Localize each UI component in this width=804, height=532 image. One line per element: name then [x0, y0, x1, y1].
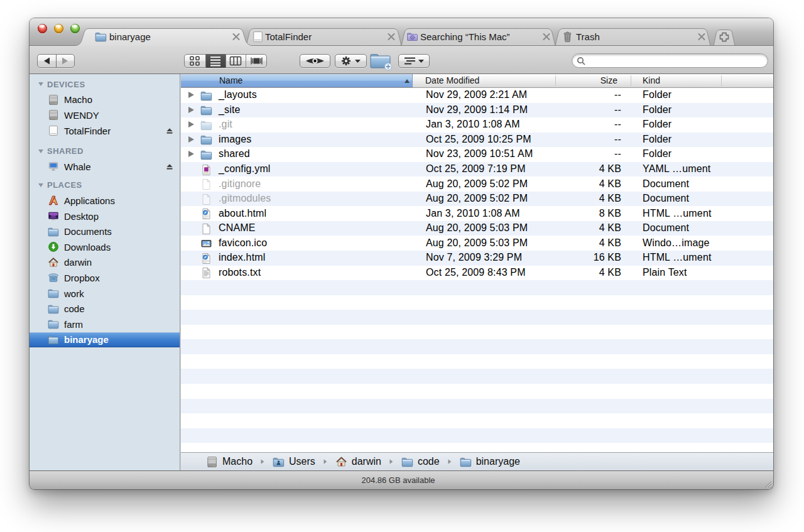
svg-text:binaryage: binaryage [109, 31, 151, 42]
svg-text:Trash: Trash [576, 31, 600, 42]
svg-text:Searching “This Mac”: Searching “This Mac” [420, 31, 510, 42]
svg-text:TotalFinder: TotalFinder [265, 31, 312, 42]
